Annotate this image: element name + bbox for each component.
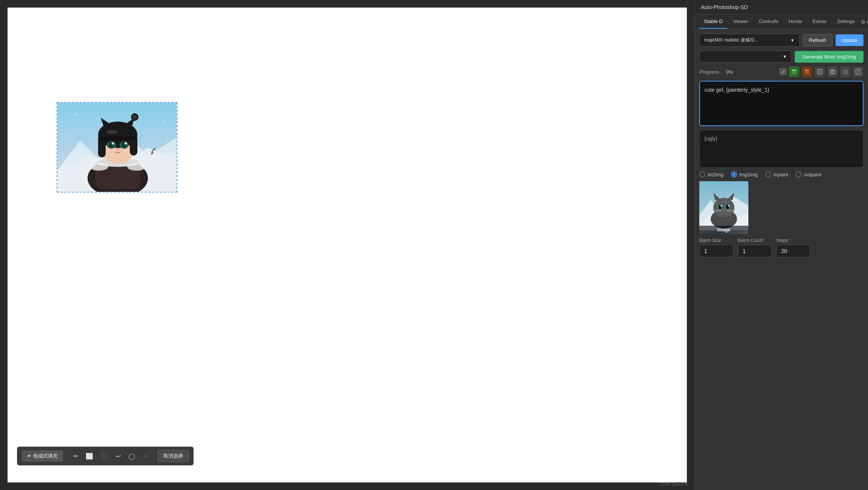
tab-viewer[interactable]: Viewer [729, 15, 753, 29]
radio-inpaint-label: inpaint [774, 172, 788, 177]
image-preview-row: Image [699, 181, 863, 234]
version-label: ⚙ v1.2.5 [861, 19, 868, 25]
svg-rect-36 [805, 71, 809, 73]
tab-controlnet[interactable]: ControlN [754, 15, 782, 29]
steps-group: Steps: 20 [776, 238, 810, 257]
app-titlebar: Auto-Photoshop-SD [695, 0, 868, 15]
radio-img2img-label: img2img [739, 172, 758, 177]
undo-button[interactable]: ↩ [114, 451, 123, 461]
canvas-workspace: ✦ 创成式填充 ✏ ⬜ ⬛ ↩ ◯ ··· 取消选择 [8, 8, 687, 482]
batch-count-group: Batch Count: 1 [738, 238, 772, 257]
svg-point-25 [106, 130, 118, 134]
nav-tabs: Stable D Viewer ControlN Horde Extras Se… [695, 15, 868, 29]
svg-point-23 [116, 148, 119, 150]
progress-checkbox[interactable]: ✓ [780, 68, 786, 75]
batch-count-label: Batch Count: [738, 238, 772, 243]
svg-rect-34 [792, 73, 796, 74]
sub-dropdown-chevron-icon: ▼ [782, 54, 787, 59]
mode-row: txt2img img2img inpaint outpaint [699, 171, 863, 177]
radio-inpaint-circle [765, 171, 771, 177]
svg-point-16 [132, 114, 137, 120]
deselect-button[interactable]: 取消选择 [158, 450, 189, 462]
update-button[interactable]: Update [836, 34, 863, 46]
svg-point-52 [713, 198, 734, 217]
svg-point-68 [719, 202, 721, 204]
app-title: Auto-Photoshop-SD [701, 4, 748, 10]
positive-prompt-box[interactable]: cute girl, {painterly_style_1} [699, 81, 863, 126]
right-panel: Auto-Photoshop-SD Stable D Viewer Contro… [694, 0, 868, 490]
progress-row: Progress... 0% ✓ [699, 66, 863, 77]
params-row: Batch Size: 1 Batch Count: 1 Steps: 20 [699, 238, 863, 257]
svg-point-29 [166, 140, 168, 141]
image-crop-icon[interactable] [814, 66, 825, 77]
mode-img2img[interactable]: img2img [731, 171, 758, 177]
batch-count-input[interactable]: 1 [738, 245, 772, 257]
svg-point-27 [162, 121, 164, 122]
radio-outpaint-circle [796, 171, 802, 177]
radio-txt2img-circle [699, 171, 705, 177]
tab-stable-d[interactable]: Stable D [699, 15, 727, 29]
source-image-thumb[interactable]: Image [699, 181, 748, 234]
model-dropdown[interactable]: majicMIX realistic 麦橘写... ▼ [699, 34, 800, 47]
footer-watermark: CSDN @易冰哲 [659, 481, 688, 487]
layers-green-icon[interactable] [789, 66, 799, 77]
steps-label: Steps: [776, 238, 810, 243]
radio-img2img-circle [731, 171, 737, 177]
tab-settings[interactable]: Settings [833, 15, 859, 29]
canvas-image [57, 103, 177, 192]
svg-point-62 [728, 205, 729, 206]
sub-model-dropdown[interactable]: ▼ [699, 51, 792, 63]
progress-text: Progress... [699, 69, 723, 75]
generate-img2img-button[interactable]: Generate More Img2Img [795, 51, 863, 63]
sparkle-icon: ✦ [27, 453, 31, 459]
svg-point-69 [726, 202, 729, 204]
negative-prompt-box[interactable]: {ugly} [699, 130, 863, 168]
svg-point-41 [831, 71, 834, 73]
refresh-circle-icon[interactable] [840, 66, 851, 77]
image-thumb-label: Image [699, 226, 748, 234]
generate-row: ▼ Generate More Img2Img [699, 51, 863, 63]
svg-point-21 [112, 142, 114, 145]
radio-outpaint-label: outpaint [804, 172, 821, 177]
svg-rect-24 [99, 137, 137, 140]
dropdown-chevron-icon: ▼ [790, 38, 795, 43]
svg-point-6 [89, 163, 108, 171]
svg-point-70 [723, 201, 725, 203]
batch-size-group: Batch Size: 1 [699, 238, 733, 257]
steps-input[interactable]: 20 [776, 245, 810, 257]
brush-tool-button[interactable]: ✏ [71, 451, 80, 461]
svg-point-28 [68, 133, 69, 134]
panel-content: majicMIX realistic 麦橘写... ▼ Refresh Upda… [695, 29, 868, 490]
svg-marker-43 [843, 71, 845, 72]
batch-size-input[interactable]: 1 [699, 245, 733, 257]
radio-txt2img-label: txt2img [708, 172, 723, 177]
refresh-button[interactable]: Refresh [803, 34, 833, 46]
svg-rect-39 [818, 70, 821, 73]
notes-icon[interactable] [853, 66, 863, 77]
svg-point-22 [125, 142, 127, 145]
toolbar-divider-1 [67, 452, 67, 460]
svg-point-7 [127, 163, 146, 171]
selected-image-container [57, 102, 177, 193]
svg-point-26 [75, 113, 77, 115]
tab-horde[interactable]: Horde [784, 15, 806, 29]
svg-rect-32 [792, 69, 796, 71]
svg-rect-33 [792, 71, 796, 73]
selection-rect-button[interactable]: ⬜ [83, 451, 95, 461]
transform-button[interactable]: ⬛ [98, 451, 111, 461]
tab-extras[interactable]: Extras [808, 15, 831, 29]
toolbar-divider-2 [154, 452, 154, 460]
mode-outpaint[interactable]: outpaint [796, 171, 821, 177]
mode-txt2img[interactable]: txt2img [699, 171, 723, 177]
svg-point-61 [720, 205, 722, 206]
model-row: majicMIX realistic 麦橘写... ▼ Refresh Upda… [699, 34, 863, 47]
layers-orange-icon[interactable] [802, 66, 812, 77]
svg-rect-37 [805, 73, 809, 74]
more-options-button[interactable]: ··· [140, 451, 150, 461]
camera-icon[interactable] [827, 66, 838, 77]
batch-size-label: Batch Size: [699, 238, 733, 243]
generative-fill-button[interactable]: ✦ 创成式填充 [22, 450, 63, 462]
eraser-button[interactable]: ◯ [126, 451, 137, 461]
progress-percentage: 0% [726, 69, 733, 75]
mode-inpaint[interactable]: inpaint [765, 171, 788, 177]
